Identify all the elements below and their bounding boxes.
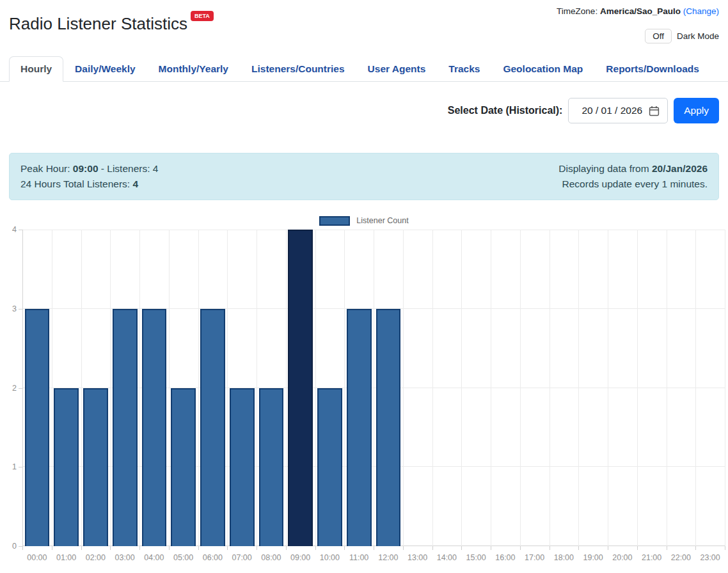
x-axis-label-09:00: 09:00: [290, 553, 310, 562]
xtick-2: [81, 546, 82, 550]
tab-bar: Hourly Daily/Weekly Monthly/Yearly Liste…: [0, 56, 728, 82]
legend-label: Listener Count: [356, 216, 408, 225]
x-axis-label-05:00: 05:00: [173, 553, 193, 562]
xtick-1: [52, 546, 52, 550]
timezone-label: TimeZone:: [557, 6, 600, 16]
xtick-23: [695, 546, 696, 550]
bar-00:00[interactable]: [25, 309, 50, 546]
xtick-10: [315, 546, 316, 550]
tab-reports-downloads[interactable]: Reports/Downloads: [594, 56, 711, 82]
gridline-x-10: [315, 230, 316, 546]
bar-03:00[interactable]: [113, 309, 138, 546]
gridline-x-4: [139, 230, 140, 546]
xtick-16: [491, 546, 491, 550]
bar-09:00[interactable]: [288, 230, 313, 546]
apply-button[interactable]: Apply: [674, 98, 719, 123]
gridline-x-7: [227, 230, 228, 546]
dark-mode-toggle-button[interactable]: Off: [645, 29, 672, 43]
gridline-x-3: [110, 230, 111, 546]
gridline-x-17: [520, 230, 521, 546]
calendar-icon[interactable]: [649, 106, 660, 116]
summary-banner: Peak Hour: 09:00 - Listeners: 4 24 Hours…: [9, 153, 719, 200]
banner-left: Peak Hour: 09:00 - Listeners: 4 24 Hours…: [20, 161, 158, 192]
tab-geolocation-map[interactable]: Geolocation Map: [491, 56, 594, 82]
gridline-x-0: [22, 230, 23, 546]
xtick-17: [520, 546, 521, 550]
x-axis-label-04:00: 04:00: [144, 553, 164, 562]
tab-monthly-yearly[interactable]: Monthly/Yearly: [147, 56, 240, 82]
x-axis-label-13:00: 13:00: [408, 553, 427, 562]
beta-badge: BETA: [191, 11, 214, 21]
bar-08:00[interactable]: [259, 388, 284, 547]
bar-04:00[interactable]: [142, 309, 167, 546]
y-axis-label-2: 2: [12, 384, 17, 393]
x-axis-label-20:00: 20:00: [612, 553, 632, 562]
gridline-x-23: [695, 230, 696, 546]
gridline-x-12: [374, 230, 374, 546]
y-axis-label-4: 4: [12, 225, 17, 234]
gridline-x-14: [432, 230, 433, 546]
xtick-13: [403, 546, 404, 550]
gridline-x-8: [257, 230, 257, 546]
dark-mode-label: Dark Mode: [677, 31, 719, 41]
gridline-x-5: [169, 230, 170, 546]
bar-02:00[interactable]: [83, 388, 108, 547]
xtick-5: [169, 546, 170, 550]
gridline-x-2: [81, 230, 82, 546]
tab-tracks[interactable]: Tracks: [437, 56, 491, 82]
date-input-value: 20 / 01 / 2026: [582, 105, 642, 116]
banner-right: Displaying data from 20/Jan/2026 Records…: [558, 161, 708, 192]
gridline-x-1: [52, 230, 52, 546]
xtick-3: [110, 546, 111, 550]
gridline-x-18: [550, 230, 550, 546]
xtick-22: [667, 546, 667, 550]
xtick-14: [432, 546, 433, 550]
xtick-11: [344, 546, 345, 550]
xtick-12: [374, 546, 374, 550]
x-axis-label-14:00: 14:00: [437, 553, 457, 562]
xtick-19: [578, 546, 579, 550]
x-axis-label-16:00: 16:00: [495, 553, 515, 562]
bar-11:00[interactable]: [347, 309, 372, 546]
bar-05:00[interactable]: [171, 388, 196, 547]
xtick-24: [725, 546, 725, 550]
timezone-change-link[interactable]: (Change): [683, 6, 719, 16]
bar-10:00[interactable]: [317, 388, 342, 547]
hourly-chart: Listener Count 0123400:0001:0002:0003:00…: [0, 215, 728, 570]
x-axis-label-23:00: 23:00: [700, 553, 720, 562]
xtick-15: [461, 546, 462, 550]
chart-legend[interactable]: Listener Count: [0, 215, 728, 226]
xtick-8: [257, 546, 257, 550]
gridline-x-15: [461, 230, 462, 546]
tab-user-agents[interactable]: User Agents: [356, 56, 438, 82]
gridline-x-19: [578, 230, 579, 546]
x-axis-label-17:00: 17:00: [525, 553, 544, 562]
bar-12:00[interactable]: [376, 309, 401, 546]
x-axis-label-18:00: 18:00: [554, 553, 574, 562]
tab-hourly[interactable]: Hourly: [9, 56, 63, 82]
gridline-x-6: [198, 230, 199, 546]
tab-daily-weekly[interactable]: Daily/Weekly: [63, 56, 147, 82]
xtick-9: [286, 546, 287, 550]
bar-01:00[interactable]: [54, 388, 79, 547]
x-axis-label-08:00: 08:00: [261, 553, 281, 562]
dark-mode-row: Off Dark Mode: [645, 29, 719, 43]
y-axis-label-1: 1: [12, 462, 17, 471]
date-controls: Select Date (Historical): 20 / 01 / 2026…: [0, 98, 719, 123]
xtick-18: [550, 546, 550, 550]
x-axis-label-19:00: 19:00: [583, 553, 603, 562]
xtick-6: [198, 546, 199, 550]
date-input[interactable]: 20 / 01 / 2026: [568, 98, 668, 123]
x-axis-label-10:00: 10:00: [320, 553, 340, 562]
gridline-x-22: [667, 230, 667, 546]
x-axis-label-03:00: 03:00: [115, 553, 134, 562]
x-axis-label-00:00: 00:00: [27, 553, 47, 562]
xtick-20: [608, 546, 608, 550]
xtick-21: [637, 546, 638, 550]
bar-07:00[interactable]: [230, 388, 255, 547]
total-listeners-line: 24 Hours Total Listeners: 4: [20, 177, 158, 192]
displaying-data-line: Displaying data from 20/Jan/2026: [558, 161, 708, 177]
y-axis-label-0: 0: [12, 542, 17, 551]
tab-listeners-countries[interactable]: Listeners/Countries: [240, 56, 356, 82]
bar-06:00[interactable]: [200, 309, 225, 546]
